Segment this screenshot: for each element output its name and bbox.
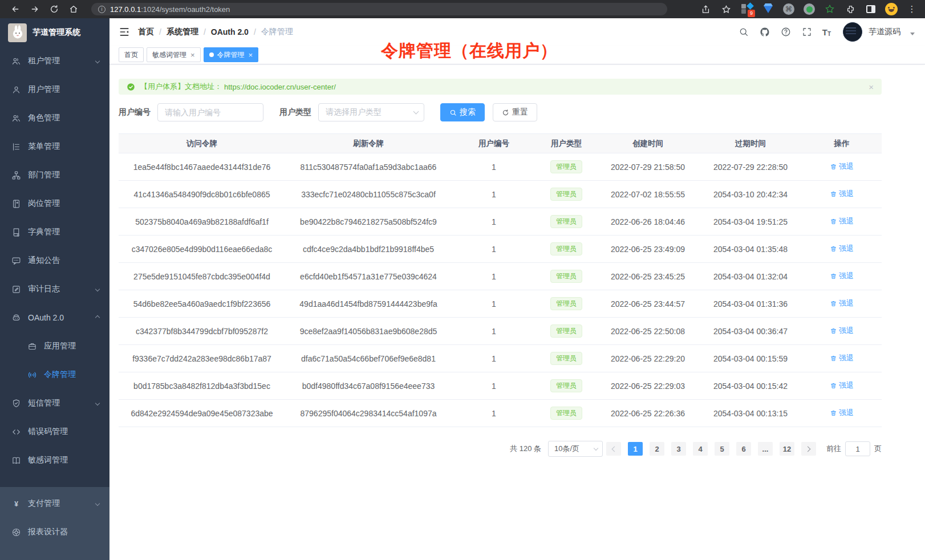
cell-refresh-token: 333ecfc71e02480cb11055c875c3ca0f <box>285 181 452 208</box>
page-info-icon[interactable]: i <box>98 6 106 13</box>
forward-button[interactable] <box>26 2 43 16</box>
force-logout-button[interactable]: 强退 <box>830 298 854 309</box>
address-bar[interactable]: i 127.0.0.1:1024/system/oauth2/token <box>91 3 667 15</box>
page-number-button[interactable]: ... <box>758 442 773 456</box>
side-panel-icon[interactable] <box>865 3 877 15</box>
sidebar-menu-item[interactable]: 报表设计器 <box>0 518 109 546</box>
app-logo-header[interactable]: 芋道管理系统 <box>0 18 109 47</box>
record-extension-icon[interactable] <box>803 3 816 15</box>
user-type-select[interactable]: 请选择用户类型 <box>318 103 424 121</box>
command-extension-icon[interactable]: ⌘ <box>782 3 795 15</box>
trash-icon <box>830 355 837 362</box>
page-number-button[interactable]: 1 <box>628 442 643 456</box>
force-logout-button[interactable]: 强退 <box>830 380 854 391</box>
extension-with-badge-icon[interactable]: 9 <box>740 2 754 16</box>
sidebar-collapse-icon[interactable] <box>119 26 130 38</box>
prev-page-button[interactable] <box>606 442 621 456</box>
alert-close-icon[interactable]: × <box>869 83 874 91</box>
sidebar-menu-item[interactable]: 错误码管理 <box>0 417 109 446</box>
page-number-button[interactable]: 6 <box>736 442 751 456</box>
browser-menu-icon[interactable]: ⋮ <box>906 3 918 15</box>
cell-actions: 强退 <box>802 345 882 372</box>
tab-label: 首页 <box>124 50 138 60</box>
column-header: 刷新令牌 <box>285 134 452 153</box>
sidebar-menu-item[interactable]: 通知公告 <box>0 246 109 275</box>
force-logout-button[interactable]: 强退 <box>830 161 854 172</box>
sidebar-menu-item[interactable]: 敏感词管理 <box>0 446 109 474</box>
reset-button[interactable]: 重置 <box>493 103 537 121</box>
sidebar-menu-item[interactable]: 字典管理 <box>0 218 109 246</box>
tab-close-icon[interactable]: × <box>249 51 253 59</box>
user-type-badge: 管理员 <box>550 324 582 338</box>
breadcrumb-item[interactable]: OAuth 2.0 <box>211 27 249 36</box>
bookmark-star-icon[interactable] <box>720 3 732 15</box>
back-button[interactable] <box>7 2 24 16</box>
page-number-button[interactable]: 3 <box>671 442 686 456</box>
sidebar-menu-item[interactable]: 审计日志 <box>0 275 109 303</box>
reload-button[interactable] <box>46 2 63 16</box>
pagination: 共 120 条 10条/页 1 2 3 4 5 <box>119 441 882 457</box>
sidebar-menu-item[interactable]: OAuth 2.0 <box>0 303 109 332</box>
caret-down-icon[interactable] <box>910 33 915 35</box>
breadcrumb-item[interactable]: 令牌管理 <box>261 27 293 37</box>
chevron-right-icon <box>805 446 811 452</box>
sidebar-menu-item[interactable]: 岗位管理 <box>0 189 109 218</box>
sidebar-menu-item[interactable]: ¥ 支付管理 <box>0 489 109 518</box>
user-name[interactable]: 芋道源码 <box>869 27 900 37</box>
sidebar-menu-item[interactable]: 应用管理 <box>0 332 109 360</box>
search-icon[interactable] <box>738 26 749 38</box>
breadcrumb-separator: / <box>254 27 256 36</box>
help-icon[interactable] <box>780 26 792 38</box>
breadcrumb-item[interactable]: 系统管理 <box>167 27 198 37</box>
goto-page-input[interactable] <box>845 441 870 456</box>
fullscreen-icon[interactable] <box>801 26 813 38</box>
sidebar-menu-item[interactable]: 部门管理 <box>0 161 109 189</box>
view-tab[interactable]: 令牌管理 × <box>204 47 259 62</box>
table-row: 1ea5e44f8bc1467aaede43144f31de76 811c530… <box>119 153 882 181</box>
force-logout-button[interactable]: 强退 <box>830 353 854 363</box>
user-avatar[interactable] <box>843 22 862 42</box>
extension-badge: 9 <box>748 10 755 17</box>
cell-expire-time: 2054-03-04 00:15:42 <box>699 372 802 400</box>
sidebar-menu-item[interactable]: 用户管理 <box>0 75 109 104</box>
extensions-puzzle-icon[interactable] <box>844 3 857 15</box>
cell-refresh-token: e6cfd40eb1f54571a31e775e039c4624 <box>285 263 452 290</box>
user-id-input[interactable] <box>157 103 263 121</box>
sidebar-menu-item[interactable]: 租户管理 <box>0 47 109 75</box>
chevron-icon <box>95 401 100 405</box>
next-page-button[interactable] <box>801 442 816 456</box>
home-button[interactable] <box>65 2 82 16</box>
force-logout-button[interactable]: 强退 <box>830 271 854 281</box>
cell-access-token: 41c41346a548490f9dc8b01c6bfe0865 <box>119 181 285 208</box>
page-number-button[interactable]: 2 <box>650 442 664 456</box>
page-number-button[interactable]: 4 <box>693 442 708 456</box>
sidebar-menu-item[interactable]: 菜单管理 <box>0 132 109 161</box>
font-size-icon[interactable]: TT <box>822 27 831 37</box>
view-tab[interactable]: 敏感词管理 × <box>147 47 201 62</box>
github-icon[interactable] <box>759 26 770 38</box>
search-button[interactable]: 搜索 <box>440 103 485 121</box>
force-logout-button[interactable]: 强退 <box>830 216 854 226</box>
page-size-select[interactable]: 10条/页 <box>548 441 603 457</box>
force-logout-button[interactable]: 强退 <box>830 244 854 254</box>
sidebar-menu-item[interactable]: 令牌管理 <box>0 360 109 389</box>
star-extension-icon[interactable] <box>823 3 836 15</box>
sidebar-menu-item[interactable]: 角色管理 <box>0 104 109 132</box>
log-icon <box>11 285 21 294</box>
force-logout-button[interactable]: 强退 <box>830 189 854 199</box>
breadcrumb-item[interactable]: 首页 <box>138 27 154 37</box>
force-logout-button[interactable]: 强退 <box>830 326 854 336</box>
tab-close-icon[interactable]: × <box>190 51 195 59</box>
openbook-icon <box>11 456 21 465</box>
page-number-button[interactable]: 5 <box>715 442 729 456</box>
cell-user-id: 1 <box>452 153 536 181</box>
profile-avatar-icon[interactable] <box>885 3 898 15</box>
sidebar-item-label: 敏感词管理 <box>28 455 68 465</box>
gem-extension-icon[interactable] <box>762 3 774 15</box>
doc-link[interactable]: https://doc.iocoder.cn/user-center/ <box>224 83 336 91</box>
share-icon[interactable] <box>699 3 712 15</box>
view-tab[interactable]: 首页 × <box>119 47 144 62</box>
page-number-button[interactable]: 12 <box>780 442 794 456</box>
force-logout-button[interactable]: 强退 <box>830 408 854 418</box>
sidebar-menu-item[interactable]: 短信管理 <box>0 389 109 417</box>
